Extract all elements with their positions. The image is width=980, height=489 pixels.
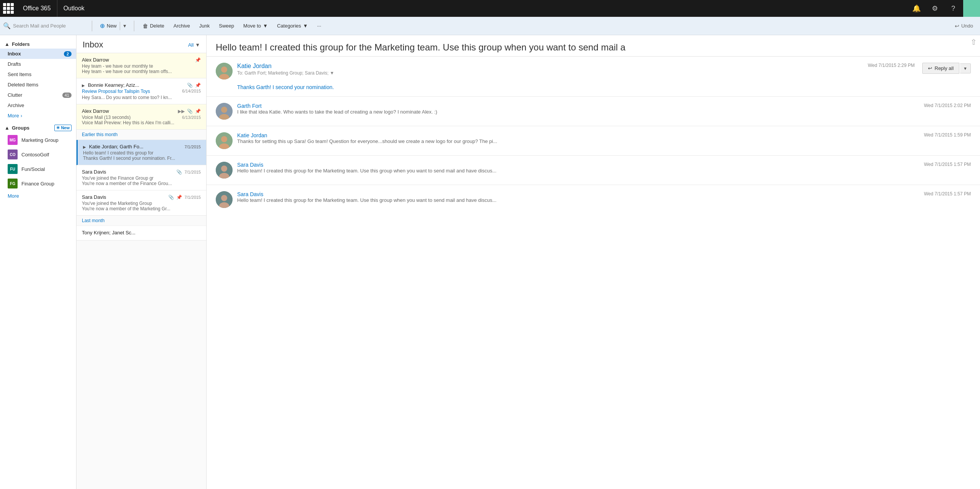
sidebar-item-inbox[interactable]: Inbox 2: [0, 49, 76, 59]
new-main-button[interactable]: ⊕ New: [97, 21, 120, 31]
archive-button[interactable]: Archive: [169, 21, 194, 30]
groups-section-header[interactable]: ▲ Groups ✳ New: [0, 121, 76, 133]
email-item[interactable]: Alex Darrow ▶▶ 📎 📌 Voice Mail (13 second…: [77, 104, 206, 130]
thread-item-3[interactable]: Katie Jordan Thanks for setting this up …: [207, 126, 980, 156]
reply-all-button[interactable]: ↩ Reply all: [922, 63, 959, 74]
thread-item-4[interactable]: Sara Davis Hello team! I created this gr…: [207, 156, 980, 185]
sidebar-item-clutter[interactable]: Clutter 41: [0, 90, 76, 100]
sidebar-more-button[interactable]: More ›: [0, 110, 76, 121]
junk-label: Junk: [199, 23, 210, 29]
groups-new-badge[interactable]: ✳ New: [54, 125, 72, 131]
pin-icon: 📌: [176, 195, 182, 200]
email-section-divider2[interactable]: Last month: [77, 216, 206, 226]
thread-sender-name[interactable]: Katie Jordan: [237, 63, 860, 70]
reply-all-dropdown-button[interactable]: ▼: [960, 63, 971, 73]
scroll-to-top-button[interactable]: ⇧: [970, 38, 977, 46]
pin-icon: 📌: [195, 57, 201, 63]
sidebar-item-deleted[interactable]: Deleted Items: [0, 80, 76, 90]
product-name-label: Outlook: [57, 5, 908, 12]
email-item[interactable]: Tony Krijnen; Janet Sc...: [77, 226, 206, 240]
svg-point-4: [221, 107, 227, 113]
notifications-button[interactable]: 🔔: [908, 0, 925, 17]
sweep-button[interactable]: Sweep: [215, 21, 238, 30]
sidebar-deleted-label: Deleted Items: [8, 82, 38, 88]
group-item-marketing[interactable]: MG Marketing Group: [0, 133, 76, 147]
sidebar-item-archive[interactable]: Archive: [0, 100, 76, 110]
collapsed-thread-item[interactable]: Sara Davis Hello team! I created this gr…: [216, 162, 971, 179]
group-item-contoso[interactable]: CO ContosoGolf: [0, 147, 76, 162]
waffle-icon: [3, 3, 14, 14]
email-item[interactable]: Alex Darrow 📌 Hey team - we have our mon…: [77, 53, 206, 78]
collapsed-sender: Katie Jordan: [237, 132, 915, 138]
search-area[interactable]: 🔍 Search Mail and People: [3, 22, 87, 29]
folders-toggle-icon: ▲: [5, 41, 10, 47]
inbox-badge: 2: [64, 51, 72, 57]
email-preview: You've joined the Finance Group gr: [82, 175, 201, 181]
groups-more-button[interactable]: More: [0, 191, 76, 201]
expand-recipients-icon[interactable]: ▼: [330, 70, 334, 76]
attachment-icon: 📎: [176, 169, 182, 175]
sidebar-item-drafts[interactable]: Drafts: [0, 59, 76, 69]
sidebar-more-arrow-icon: ›: [21, 113, 22, 119]
attachment-icon: 📎: [187, 109, 193, 114]
junk-button[interactable]: Junk: [195, 21, 213, 30]
sender-name: ▶ Bonnie Kearney; Aziz...: [82, 82, 139, 88]
settings-button[interactable]: ⚙: [926, 0, 943, 17]
email-section-divider[interactable]: Earlier this month: [77, 130, 206, 140]
categories-button[interactable]: Categories ▼: [273, 21, 312, 30]
email-item[interactable]: Sara Davis 📎 7/1/2015 You've joined the …: [77, 165, 206, 190]
groups-label: Groups: [12, 125, 52, 131]
collapsed-thread-item[interactable]: Garth Fort I like that idea Katie. Who w…: [216, 103, 971, 120]
more-actions-button[interactable]: ···: [313, 21, 325, 30]
svg-point-1: [221, 67, 227, 73]
main-area: ▲ Folders Inbox 2 Drafts Sent Items Dele…: [0, 35, 980, 489]
folders-section-header[interactable]: ▲ Folders: [0, 38, 76, 49]
clutter-badge: 41: [62, 93, 72, 98]
email-subject: Review Proposal for Tailspin Toys 6/14/2…: [82, 89, 201, 94]
collapsed-thread-item[interactable]: Katie Jordan Thanks for setting this up …: [216, 132, 971, 149]
group-avatar-funsocial: FU: [8, 164, 18, 174]
collapsed-content: Sara Davis Hello team! I created this gr…: [237, 162, 915, 174]
thread-date: Wed 7/1/2015 2:29 PM: [868, 63, 915, 68]
group-item-funsocial[interactable]: FU Fun/Social: [0, 162, 76, 176]
undo-button[interactable]: ↩ Undo: [951, 21, 977, 31]
email-item-selected[interactable]: ▶ Katie Jordan; Garth Fo... 7/1/2015 Hel…: [77, 140, 206, 165]
group-item-finance[interactable]: FG Finance Group: [0, 176, 76, 191]
voicemail-icon: ▶▶: [178, 109, 185, 114]
search-icon: 🔍: [3, 22, 11, 29]
collapsed-content: Garth Fort I like that idea Katie. Who w…: [237, 103, 915, 115]
attachment-icon: 📎: [168, 195, 174, 200]
sender-name-text: Katie Jordan; Garth Fo...: [89, 144, 143, 149]
collapsed-thread-item[interactable]: Sara Davis Hello team! I created this gr…: [216, 191, 971, 208]
avatar-sara-davis2: [216, 191, 233, 208]
move-to-button[interactable]: Move to ▼: [239, 21, 272, 30]
thread-item-5[interactable]: Sara Davis Hello team! I created this gr…: [207, 185, 980, 214]
reading-pane-top: Hello team! I created this group for the…: [207, 35, 980, 57]
email-item[interactable]: ▶ Bonnie Kearney; Aziz... 📎 📌 Review Pro…: [77, 78, 206, 104]
email-date: 7/1/2015: [184, 195, 201, 200]
topbar-icons: 🔔 ⚙ ?: [908, 0, 980, 17]
help-button[interactable]: ?: [945, 0, 962, 17]
new-dropdown-button[interactable]: ▼: [120, 22, 129, 30]
group-name-funsocial: Fun/Social: [21, 166, 45, 172]
delete-button[interactable]: 🗑 Delete: [139, 21, 168, 31]
sidebar-sent-label: Sent Items: [8, 71, 31, 77]
pin-icon: 📌: [195, 109, 201, 114]
email-subject-text: Review Proposal for Tailspin Toys: [82, 89, 150, 94]
email-date: 6/13/2015: [182, 115, 201, 120]
inbox-title: Inbox: [83, 40, 103, 50]
filter-area[interactable]: All ▼: [188, 42, 200, 48]
email-item[interactable]: Sara Davis 📎 📌 7/1/2015 You've joined th…: [77, 190, 206, 216]
sidebar-item-sent[interactable]: Sent Items: [0, 69, 76, 80]
user-avatar[interactable]: [963, 0, 980, 17]
thread-item-2[interactable]: Garth Fort I like that idea Katie. Who w…: [207, 97, 980, 126]
collapsed-sender: Sara Davis: [237, 191, 915, 197]
attachment-icon: 📎: [187, 83, 193, 88]
collapsed-preview: I like that idea Katie. Who wants to tak…: [237, 109, 915, 115]
sidebar-inbox-label: Inbox: [8, 51, 21, 57]
expand-arrow-icon: ▶: [83, 145, 86, 149]
sender-name: Sara Davis: [82, 169, 106, 175]
app-grid-button[interactable]: [0, 0, 17, 17]
email-preview: Voice Mail Preview: Hey this is Alex I'm…: [82, 120, 201, 125]
sender-name-text: Bonnie Kearney; Aziz...: [88, 82, 139, 88]
